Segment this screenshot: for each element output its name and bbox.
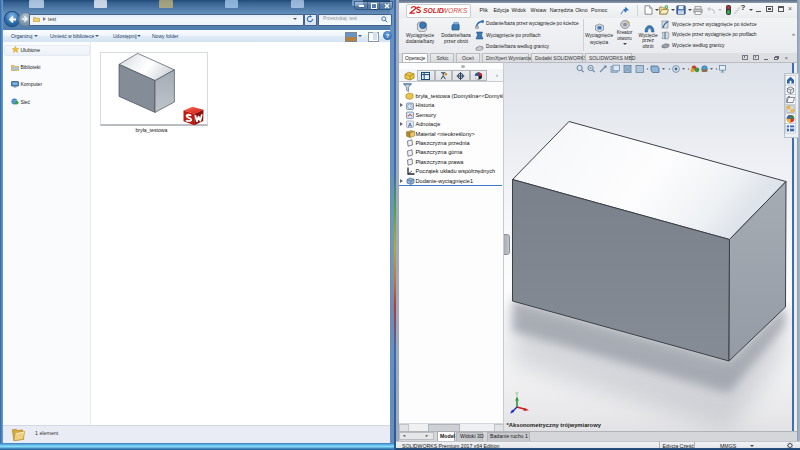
svg-text:Y: Y (515, 392, 518, 397)
svg-text:A: A (408, 122, 413, 128)
